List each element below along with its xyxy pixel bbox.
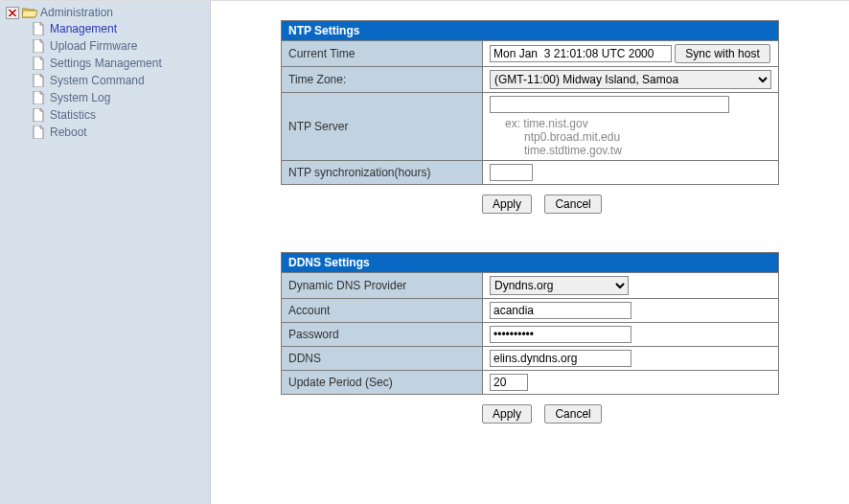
ddns-provider-select[interactable]: Dyndns.org [490, 276, 629, 295]
ddns-password-field[interactable] [490, 326, 631, 343]
ntp-apply-button[interactable]: Apply [482, 195, 532, 214]
current-time-field[interactable] [490, 45, 672, 62]
sidebar-item-settings-management[interactable]: Settings Management [50, 57, 162, 70]
ddns-account-field[interactable] [490, 302, 631, 319]
ntp-server-field[interactable] [490, 96, 729, 113]
sidebar-item-statistics[interactable]: Statistics [50, 108, 96, 122]
ddns-domain-label: DDNS [282, 347, 483, 371]
sidebar-item-system-command[interactable]: System Command [50, 74, 145, 87]
ddns-settings-panel: DDNS Settings Dynamic DNS Provider Dyndn… [281, 252, 779, 395]
ntp-cancel-button[interactable]: Cancel [544, 195, 601, 214]
main-content: NTP Settings Current Time Sync with host… [211, 1, 849, 504]
ddns-apply-button[interactable]: Apply [482, 404, 532, 424]
ddns-provider-label: Dynamic DNS Provider [282, 273, 483, 299]
ddns-password-label: Password [282, 323, 483, 347]
sidebar: Administration Management Upload Firmwar… [0, 1, 211, 504]
ddns-domain-field[interactable] [490, 350, 631, 367]
sidebar-root-label: Administration [40, 6, 113, 19]
sidebar-item-management[interactable]: Management [50, 22, 117, 35]
sync-with-host-button[interactable]: Sync with host [675, 44, 769, 63]
time-zone-select[interactable]: (GMT-11:00) Midway Island, Samoa [490, 70, 771, 89]
folder-open-icon [22, 7, 37, 19]
file-icon [33, 126, 45, 139]
ntp-server-examples: ex: time.nist.gov ntp0.broad.mit.edu tim… [505, 117, 771, 157]
ntp-server-label: NTP Server [282, 93, 483, 161]
file-icon [33, 39, 45, 53]
file-icon [33, 91, 45, 104]
ddns-account-label: Account [282, 299, 483, 323]
current-time-label: Current Time [282, 41, 483, 67]
ddns-cancel-button[interactable]: Cancel [544, 404, 601, 424]
ddns-update-field[interactable] [490, 374, 528, 391]
sidebar-item-reboot[interactable]: Reboot [50, 126, 87, 139]
ntp-sync-field[interactable] [490, 164, 533, 181]
tree-toggle-icon[interactable] [6, 7, 19, 19]
file-icon [33, 74, 45, 87]
time-zone-label: Time Zone: [282, 67, 483, 93]
ddns-header: DDNS Settings [282, 253, 779, 273]
file-icon [33, 108, 45, 122]
file-icon [33, 22, 45, 35]
ddns-update-label: Update Period (Sec) [282, 371, 483, 395]
ntp-settings-panel: NTP Settings Current Time Sync with host… [281, 20, 779, 185]
ntp-sync-label: NTP synchronization(hours) [282, 161, 483, 185]
sidebar-item-system-log[interactable]: System Log [50, 91, 110, 104]
sidebar-item-upload-firmware[interactable]: Upload Firmware [50, 39, 137, 53]
ntp-header: NTP Settings [282, 21, 779, 41]
file-icon [33, 57, 45, 70]
